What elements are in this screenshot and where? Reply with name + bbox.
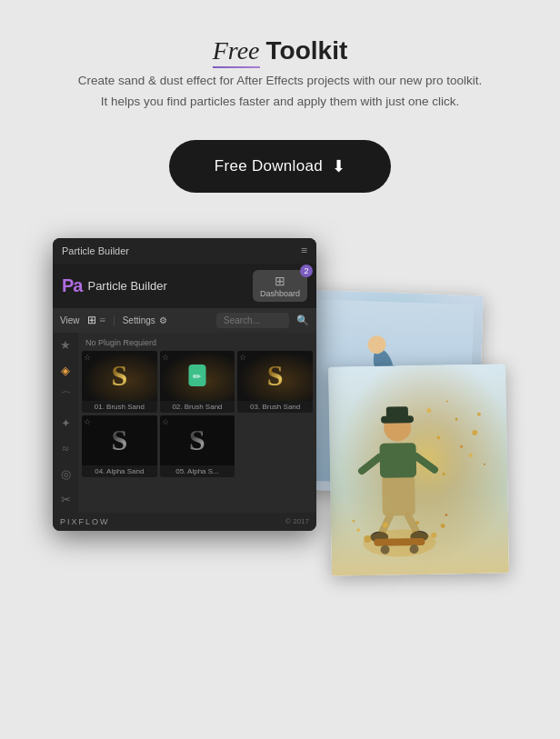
pb-grid: ☆ S 01. Brush Sand ☆ S ✏ <box>82 351 313 477</box>
pb-sidebar-wave-icon[interactable]: ≈ <box>62 442 68 456</box>
pb-sidebar-star-icon[interactable]: ★ <box>60 338 71 353</box>
list-item[interactable]: ☆ S 04. Alpha Sand <box>82 415 157 477</box>
preview-area: Particle Builder ≡ Pa Particle Builder 2… <box>53 238 507 620</box>
pb-sidebar: ★ ◈ ⌒ ✦ ≈ ◎ ✂ <box>53 333 78 513</box>
pb-title-label: Particle Builder <box>62 245 129 256</box>
pb-header: Pa Particle Builder 2 ⊞ Dashboard <box>53 264 316 308</box>
title-free: Free <box>213 36 260 65</box>
pb-sidebar-particle-icon[interactable]: ◈ <box>61 364 70 378</box>
item-badge-icon: ✏ <box>193 371 201 382</box>
pb-sidebar-circle-icon[interactable]: ◎ <box>61 467 71 482</box>
page-title: Free Toolkit <box>213 36 348 65</box>
svg-rect-29 <box>386 406 408 420</box>
pb-dashboard-icon: ⊞ <box>260 274 300 289</box>
list-item[interactable]: ☆ S 03. Brush Sand <box>237 351 313 413</box>
pb-separator: | <box>113 314 115 327</box>
list-item[interactable]: ☆ S 01. Brush Sand <box>82 351 157 413</box>
pb-search-input[interactable] <box>216 313 289 328</box>
pb-titlebar: Particle Builder ≡ <box>53 238 316 264</box>
pb-toolbar: View ⊞ ≡ | Settings ⚙ 🔍 <box>53 308 316 333</box>
download-button-label: Free Download <box>215 157 323 175</box>
pb-footer-logo: PIXFLOW <box>60 517 110 526</box>
skater-front-image <box>328 364 509 575</box>
pb-settings-label: Settings <box>123 315 155 325</box>
svg-rect-25 <box>382 474 415 516</box>
title-toolkit: Toolkit <box>266 36 348 65</box>
pb-logo-text: Particle Builder <box>87 279 166 293</box>
pb-settings-icon: ⚙ <box>159 315 167 325</box>
free-download-button[interactable]: Free Download ⬇ <box>169 140 392 193</box>
pb-sidebar-shape-icon[interactable]: ⌒ <box>60 389 72 405</box>
pb-footer-copy: © 2017 <box>285 517 309 525</box>
pb-settings-area: Settings ⚙ <box>123 315 167 325</box>
download-icon: ⬇ <box>332 156 345 176</box>
pb-content: No Plugin Requierd ☆ S 01. Brush Sand <box>78 333 316 513</box>
svg-rect-26 <box>379 443 416 478</box>
pb-dashboard-badge: 2 <box>300 265 313 277</box>
pb-search-icon[interactable]: 🔍 <box>296 315 309 326</box>
pb-dashboard-button[interactable]: 2 ⊞ Dashboard <box>253 270 307 302</box>
pb-footer: PIXFLOW © 2017 <box>53 513 316 531</box>
item-label: 05. Alpha S... <box>160 465 235 477</box>
pb-logo-area: Pa Particle Builder <box>62 275 167 296</box>
pb-menu-icon: ≡ <box>301 244 307 258</box>
subtitle: Create sand & dust effect for After Effe… <box>78 71 482 113</box>
list-item[interactable]: ☆ S ✏ 02. Brush Sand <box>160 351 235 413</box>
pb-logo-pa: Pa <box>62 275 82 296</box>
pb-list-view-icon[interactable]: ≡ <box>100 314 106 327</box>
pb-view-icons: ⊞ ≡ <box>87 314 106 327</box>
item-label: 03. Brush Sand <box>237 401 313 413</box>
item-label: 04. Alpha Sand <box>82 465 157 477</box>
list-item[interactable]: ☆ S 05. Alpha S... <box>160 415 235 477</box>
item-star-icon[interactable]: ☆ <box>84 417 91 426</box>
pb-body: ★ ◈ ⌒ ✦ ≈ ◎ ✂ No Plugin Requierd ☆ <box>53 333 316 513</box>
particle-builder-panel: Particle Builder ≡ Pa Particle Builder 2… <box>53 238 316 531</box>
pb-dashboard-label: Dashboard <box>260 289 300 298</box>
pb-sidebar-tool-icon[interactable]: ✂ <box>61 493 71 507</box>
pb-view-label: View <box>60 315 80 325</box>
item-star-icon[interactable]: ☆ <box>162 417 169 426</box>
pb-sidebar-gear-icon[interactable]: ✦ <box>61 416 71 431</box>
pb-grid-view-icon[interactable]: ⊞ <box>87 314 96 327</box>
item-badge: ✏ <box>188 365 205 386</box>
item-label: 02. Brush Sand <box>160 401 235 413</box>
item-label: 01. Brush Sand <box>82 401 157 413</box>
pb-no-plugin-label: No Plugin Requierd <box>82 336 313 351</box>
